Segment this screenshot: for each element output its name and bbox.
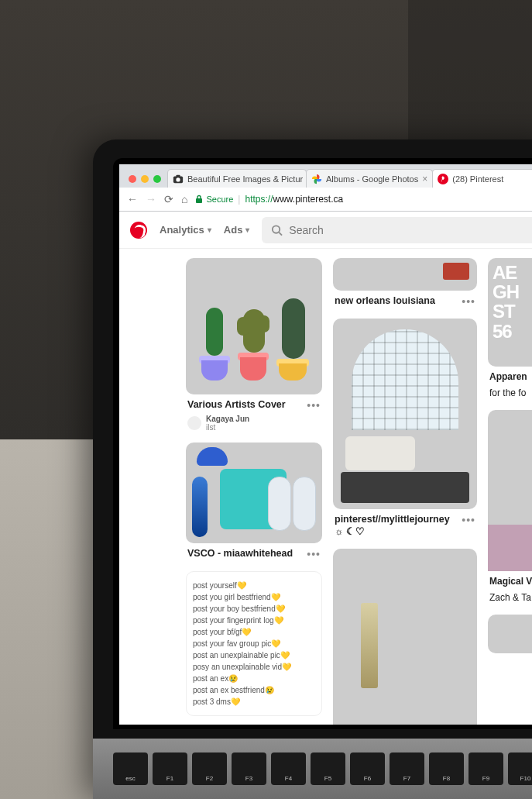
url-host: www.pinterest.ca [273, 194, 343, 205]
pin-image[interactable] [186, 443, 322, 543]
secure-badge: Secure [195, 195, 233, 204]
pin-card[interactable]: post yourself💛 post you girl bestfriend💛… [186, 571, 322, 716]
key: F3 [232, 753, 266, 785]
nav-label: Analytics [160, 224, 204, 236]
laptop: Beautiful Free Images & Pictur × Albums … [93, 139, 532, 799]
tab-title: Beautiful Free Images & Pictur [187, 174, 303, 184]
pin-card[interactable] [333, 549, 477, 725]
pin-card[interactable] [488, 615, 532, 653]
tab-unsplash[interactable]: Beautiful Free Images & Pictur × [167, 169, 307, 188]
pin-card[interactable]: Magical V Zach & Ta [488, 410, 532, 604]
textpost-line: post your bf/gf💛 [193, 626, 315, 638]
more-icon[interactable]: ••• [307, 399, 321, 412]
more-icon[interactable]: ••• [462, 514, 475, 526]
pin-byline[interactable]: Kagaya Jun ilst [186, 412, 322, 432]
close-tab-icon[interactable]: × [422, 174, 427, 184]
keyboard: esc F1 F2 F3 F4 F5 F6 F7 F8 F9 F10 [93, 739, 532, 799]
textpost-line: post an ex bestfriend😢 [193, 684, 315, 696]
pin-feed[interactable]: Various Artists Cover ••• Kagaya Jun ils… [119, 249, 532, 725]
author-subtitle: ilst [206, 423, 249, 432]
textpost-line: post an unexplainable pic💛 [193, 649, 315, 661]
pin-title: pinterest//mylittlejourney ☼ ☾♡ [335, 514, 457, 538]
pin-card[interactable]: VSCO - miaawhitehead ••• [186, 443, 322, 560]
feed-column: AE GH ST 56 Apparen for the fo Magical V… [488, 258, 532, 725]
textpost-line: post your boy bestfriend💛 [193, 603, 315, 615]
chevron-down-icon: ▾ [245, 226, 249, 234]
key: F8 [429, 753, 464, 785]
textpost-line: post your fav group pic💛 [193, 638, 315, 649]
nav-analytics[interactable]: Analytics ▾ [160, 224, 211, 236]
svg-point-5 [273, 226, 280, 232]
key: F9 [469, 753, 503, 785]
chevron-down-icon: ▾ [208, 226, 211, 234]
pinterest-icon [438, 174, 448, 184]
back-button[interactable]: ← [127, 193, 138, 205]
key: F7 [390, 753, 424, 785]
pin-image[interactable] [488, 615, 532, 653]
search-icon [271, 224, 283, 236]
textpost-line: post 3 dms💛 [193, 696, 315, 708]
key: F4 [271, 753, 306, 785]
svg-line-6 [280, 232, 283, 235]
pin-image[interactable] [333, 258, 477, 291]
textpost-line: post you girl bestfriend💛 [193, 591, 315, 603]
pin-title: new orleans louisiana [335, 295, 435, 308]
search-input[interactable] [262, 217, 532, 243]
feed-column: new orleans louisiana ••• pinterest//myl… [333, 258, 477, 725]
tab-title: (28) Pinterest [452, 174, 503, 184]
key: esc [113, 753, 148, 785]
pinterest-logo-icon[interactable] [130, 222, 147, 239]
pin-card[interactable]: pinterest//mylittlejourney ☼ ☾♡ ••• [333, 319, 477, 538]
nav-ads[interactable]: Ads ▾ [224, 224, 250, 236]
feed-column: Various Artists Cover ••• Kagaya Jun ils… [186, 258, 322, 725]
key: F10 [508, 753, 532, 785]
tab-pinterest[interactable]: (28) Pinterest × [432, 169, 532, 188]
svg-rect-4 [196, 198, 202, 203]
pin-card[interactable]: Various Artists Cover ••• Kagaya Jun ils… [186, 258, 322, 432]
pin-image[interactable] [333, 319, 477, 509]
screen: Beautiful Free Images & Pictur × Albums … [119, 164, 532, 725]
forward-button[interactable]: → [146, 193, 156, 205]
secure-label: Secure [206, 195, 233, 204]
more-icon[interactable]: ••• [307, 548, 321, 560]
browser-chrome: Beautiful Free Images & Pictur × Albums … [119, 164, 532, 212]
camera-icon [173, 174, 184, 184]
pinterest-header: Analytics ▾ Ads ▾ [119, 212, 532, 249]
textpost-line: post yourself💛 [193, 580, 315, 591]
search-field[interactable] [289, 224, 532, 236]
home-button[interactable]: ⌂ [181, 193, 187, 205]
key: F2 [192, 753, 227, 785]
pin-image[interactable]: AE GH ST 56 [488, 258, 532, 367]
pin-image[interactable] [333, 549, 477, 725]
reload-button[interactable]: ⟳ [164, 193, 173, 205]
pin-image[interactable] [488, 410, 532, 571]
key: F5 [311, 753, 345, 785]
key: F1 [153, 753, 187, 785]
more-icon[interactable]: ••• [462, 295, 475, 308]
close-window-icon[interactable] [129, 175, 136, 183]
nav-label: Ads [224, 224, 243, 236]
window-controls[interactable] [125, 175, 167, 188]
url-scheme: https:// [245, 194, 273, 205]
pin-title: VSCO - miaawhitehead [187, 548, 293, 560]
textpost-line: posy an unexplainable vid💛 [193, 661, 315, 673]
textpost-line: post your fingerprint log💛 [193, 615, 315, 626]
pin-subtitle: Zach & Ta [488, 587, 532, 604]
pin-image[interactable]: post yourself💛 post you girl bestfriend💛… [186, 571, 322, 716]
lock-icon [195, 195, 203, 204]
pin-card[interactable]: AE GH ST 56 Apparen for the fo [488, 258, 532, 399]
key: F6 [350, 753, 385, 785]
tab-google-photos[interactable]: Albums - Google Photos × [306, 169, 433, 188]
maximize-window-icon[interactable] [153, 175, 161, 183]
author-name: Kagaya Jun [206, 415, 249, 423]
textpost-line: post an ex😢 [193, 673, 315, 684]
tab-strip: Beautiful Free Images & Pictur × Albums … [119, 164, 532, 188]
tab-title: Albums - Google Photos [326, 174, 418, 184]
svg-rect-1 [176, 174, 180, 177]
pin-image[interactable] [186, 258, 322, 394]
avatar [187, 416, 201, 430]
minimize-window-icon[interactable] [141, 175, 149, 183]
address-bar[interactable]: Secure | https://www.pinterest.ca [195, 194, 532, 205]
pin-card[interactable]: new orleans louisiana ••• [333, 258, 477, 308]
pin-title: Various Artists Cover [187, 399, 286, 412]
